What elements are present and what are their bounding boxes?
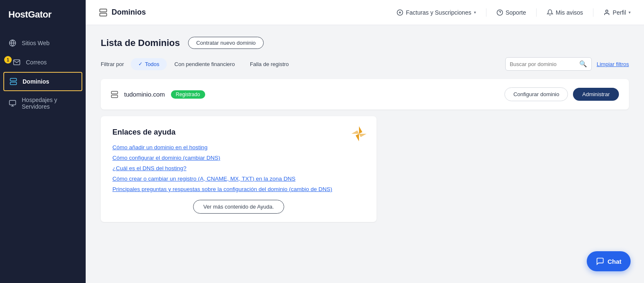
- header-nav-perfil[interactable]: Perfil ▾: [603, 8, 631, 18]
- header-nav-soporte[interactable]: Soporte: [496, 8, 526, 18]
- help-link-3[interactable]: Cómo crear o cambiar un registro (A, CNA…: [112, 176, 365, 182]
- server-icon: [9, 77, 18, 86]
- help-card-title: Enlaces de ayuda: [112, 128, 365, 137]
- chat-icon: [596, 257, 604, 265]
- ver-mas-button[interactable]: Ver más contenido de Ayuda.: [193, 200, 285, 214]
- svg-rect-2: [10, 79, 17, 81]
- svg-marker-24: [359, 134, 367, 137]
- user-icon: [603, 9, 610, 16]
- sidebar-item-hospedajes[interactable]: Hospedajes y Servidores: [0, 91, 86, 115]
- nav-divider3: [593, 8, 593, 17]
- main-content: Dominios Facturas y Suscripciones ▾: [86, 0, 644, 283]
- perfil-label: Perfil: [613, 9, 626, 16]
- svg-rect-10: [100, 13, 107, 16]
- help-link-0[interactable]: Cómo añadir un dominio en el hosting: [112, 144, 365, 150]
- sidebar-item-correos[interactable]: 1 Correos: [0, 53, 86, 72]
- filter-tab-label: Todos: [145, 61, 160, 67]
- sidebar-item-sitios-web[interactable]: Sitios Web: [0, 33, 86, 53]
- question-icon: [496, 9, 503, 16]
- soporte-label: Soporte: [506, 9, 526, 16]
- help-card: Enlaces de ayuda Cómo añadir un dominio …: [101, 116, 377, 222]
- new-domain-button[interactable]: Contratar nuevo dominio: [188, 37, 263, 49]
- manage-domain-button[interactable]: Administrar: [573, 88, 619, 101]
- filter-tab-todos[interactable]: ✓ Todos: [131, 58, 167, 70]
- pinwheel-icon: [350, 125, 368, 143]
- sidebar-item-dominios[interactable]: Dominios: [3, 72, 82, 91]
- server2-icon: [8, 99, 17, 107]
- domain-status-badge: Registrado: [171, 90, 205, 99]
- sidebar-nav: Sitios Web 1 Correos: [0, 29, 86, 120]
- chevron-down-icon: ▾: [474, 10, 476, 15]
- sidebar-item-label: Sitios Web: [22, 40, 50, 46]
- nav-divider: [486, 8, 486, 17]
- check-icon: ✓: [138, 61, 143, 67]
- sidebar-logo: HostGator: [0, 0, 86, 29]
- domain-list-header: Lista de Dominios Contratar nuevo domini…: [101, 37, 629, 49]
- globe-icon: [8, 39, 17, 47]
- svg-point-18: [606, 10, 608, 12]
- clear-filters-link[interactable]: Limpiar filtros: [597, 61, 629, 67]
- bell-icon: [547, 9, 553, 16]
- search-area: 🔍 Limpiar filtros: [505, 57, 629, 71]
- svg-marker-25: [356, 134, 359, 141]
- sidebar-item-label: Correos: [26, 59, 47, 66]
- header-title-area: Dominios: [99, 8, 397, 17]
- nav-divider2: [536, 8, 537, 17]
- domain-actions: Configurar dominio Administrar: [504, 87, 619, 101]
- domain-list-title: Lista de Dominios: [101, 38, 180, 48]
- svg-rect-20: [112, 95, 118, 97]
- page-title: Dominios: [112, 8, 146, 17]
- header-nav-avisos[interactable]: Mis avisos: [547, 8, 583, 18]
- domains-header-icon: [99, 8, 107, 17]
- domain-name: tudominio.com: [124, 91, 165, 98]
- search-input-wrap: 🔍: [505, 57, 592, 71]
- svg-rect-19: [112, 91, 118, 94]
- chat-button[interactable]: Chat: [587, 251, 631, 271]
- domain-card: tudominio.com Registrado Configurar domi…: [101, 79, 629, 110]
- chat-label: Chat: [608, 258, 621, 265]
- filters-bar: Filtrar por ✓ Todos Con pendiente financ…: [101, 57, 629, 71]
- help-link-4[interactable]: Principales preguntas y respuestas sobre…: [112, 186, 365, 192]
- configure-domain-button[interactable]: Configurar dominio: [504, 87, 568, 101]
- header-nav: Facturas y Suscripciones ▾ Soporte: [397, 8, 631, 18]
- help-link-2[interactable]: ¿Cuál es el DNS del hosting?: [112, 165, 365, 171]
- svg-rect-6: [10, 100, 16, 105]
- header-nav-facturas[interactable]: Facturas y Suscripciones ▾: [397, 8, 476, 18]
- svg-marker-26: [351, 130, 359, 134]
- search-input[interactable]: [510, 61, 577, 67]
- domain-row: tudominio.com Registrado Configurar domi…: [101, 79, 629, 110]
- filter-tab-falla[interactable]: Falla de registro: [242, 58, 296, 70]
- mail-icon: [13, 58, 21, 66]
- help-link-1[interactable]: Cómo configurar el dominio (cambiar DNS): [112, 155, 365, 161]
- filter-tab-label: Falla de registro: [250, 61, 289, 67]
- correos-badge: 1: [4, 56, 12, 64]
- header: Dominios Facturas y Suscripciones ▾: [86, 0, 644, 25]
- chevron-down-icon-perfil: ▾: [629, 10, 631, 15]
- filter-tab-label: Con pendiente financiero: [174, 61, 235, 67]
- svg-rect-9: [100, 9, 107, 12]
- sidebar-item-label: Dominios: [23, 78, 49, 85]
- filter-tabs: ✓ Todos Con pendiente financiero Falla d…: [131, 58, 505, 70]
- sidebar-item-label: Hospedajes y Servidores: [22, 97, 77, 110]
- svg-rect-3: [10, 82, 17, 85]
- sidebar: HostGator Sitios Web 1 Correos: [0, 0, 86, 283]
- dollar-icon: [397, 9, 403, 16]
- domain-server-icon: [111, 90, 118, 98]
- avisos-label: Mis avisos: [556, 9, 583, 16]
- page-content: Lista de Dominios Contratar nuevo domini…: [86, 25, 644, 283]
- filter-tab-pendiente[interactable]: Con pendiente financiero: [167, 58, 242, 70]
- filter-label: Filtrar por: [101, 61, 124, 67]
- search-icon: 🔍: [579, 60, 587, 68]
- facturas-label: Facturas y Suscripciones: [406, 9, 471, 16]
- svg-marker-23: [359, 126, 362, 134]
